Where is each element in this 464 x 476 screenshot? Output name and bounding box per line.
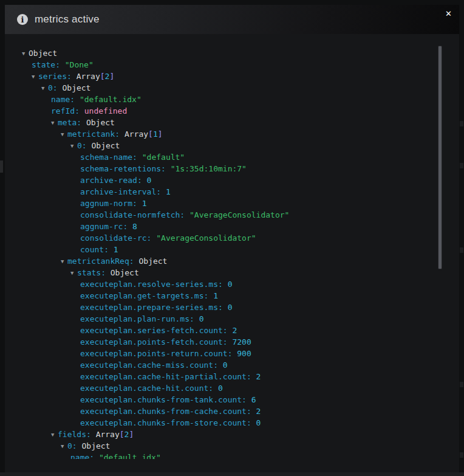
- json-value: "AverageConsolidator": [189, 210, 289, 219]
- collapse-toggler-icon[interactable]: ▼: [51, 117, 58, 129]
- tree-row: state: "Done": [5, 59, 459, 71]
- json-value: "default.idx": [99, 453, 161, 459]
- json-value: Array[2]: [96, 430, 134, 439]
- tree-row: aggnum-norm: 1: [5, 198, 459, 209]
- tree-row: executeplan.chunks-from-store.count: 0: [5, 417, 459, 429]
- collapse-toggler-icon[interactable]: ▼: [51, 429, 58, 441]
- tree-row: executeplan.points-return.count: 900: [5, 348, 459, 359]
- background-artifact: [460, 452, 463, 458]
- modal-title: metrics active: [35, 13, 100, 26]
- json-key: executeplan.series-fetch.count:: [80, 326, 228, 335]
- inspect-modal: i metrics active ✕ ▼Objectstate: "Done"▼…: [5, 5, 459, 472]
- json-value: "default.idx": [80, 95, 142, 104]
- tree-row: ▼stats: Object: [5, 267, 459, 278]
- json-value: 1: [166, 187, 171, 196]
- scrollbar-thumb[interactable]: [438, 46, 442, 269]
- tree-row: name: "default.idx": [5, 94, 459, 105]
- modal-header: i metrics active ✕: [5, 5, 459, 34]
- json-key[interactable]: fields:: [58, 430, 91, 439]
- tree-row: ▼metrictankReq: Object: [5, 255, 459, 267]
- tree-row: executeplan.plan-run.ms: 0: [5, 313, 459, 325]
- json-value: 0: [228, 303, 233, 312]
- tree-row: executeplan.chunks-from-cache.count: 2: [5, 405, 459, 417]
- tree-row: ▼fields: Array[2]: [5, 429, 459, 440]
- json-key[interactable]: 0:: [48, 83, 58, 92]
- json-value: "AverageConsolidator": [156, 233, 256, 243]
- tree-row: ▼0: Object: [5, 140, 459, 151]
- collapse-toggler-icon[interactable]: ▼: [22, 48, 29, 60]
- collapse-toggler-icon[interactable]: ▼: [61, 256, 67, 267]
- json-value: 8: [132, 222, 137, 231]
- json-key: executeplan.chunks-from-store.count:: [80, 418, 251, 427]
- page-background-strip: [0, 472, 464, 476]
- collapse-toggler-icon[interactable]: ▼: [70, 140, 77, 152]
- tree-row: ▼Object: [5, 47, 459, 59]
- json-key[interactable]: stats:: [77, 268, 106, 277]
- background-artifact: [0, 160, 3, 173]
- tree-row: name: "default.idx": [5, 452, 459, 459]
- collapse-toggler-icon[interactable]: ▼: [61, 129, 67, 140]
- collapse-toggler-icon[interactable]: ▼: [61, 441, 67, 452]
- json-value: Object: [81, 441, 110, 450]
- background-artifact: [460, 163, 463, 168]
- json-value: 0: [199, 314, 204, 323]
- json-key: executeplan.plan-run.ms:: [80, 314, 194, 323]
- tree-row: archive-interval: 1: [5, 186, 459, 198]
- json-tree: ▼Objectstate: "Done"▼series: Array[2]▼0:…: [5, 34, 459, 459]
- json-key: executeplan.cache-hit-partial.count:: [80, 372, 251, 381]
- tree-row: executeplan.points-fetch.count: 7200: [5, 336, 459, 348]
- tree-row: executeplan.cache-hit-partial.count: 2: [5, 371, 459, 382]
- json-value: "1s:35d:10min:7": [171, 164, 247, 173]
- json-key: aggnum-rc:: [80, 222, 128, 231]
- json-key: state:: [32, 60, 60, 69]
- json-value: 1: [142, 199, 147, 208]
- json-value: "Done": [65, 60, 94, 69]
- json-value: Array[1]: [125, 129, 163, 139]
- json-key: executeplan.chunks-from-cache.count:: [80, 407, 251, 416]
- tree-row: executeplan.chunks-from-tank.count: 6: [5, 394, 459, 405]
- json-key: name:: [51, 95, 75, 104]
- tree-row: aggnum-rc: 8: [5, 221, 459, 232]
- json-key[interactable]: metrictank:: [67, 129, 120, 139]
- json-key: consolidate-rc:: [80, 233, 151, 243]
- json-key[interactable]: meta:: [58, 118, 81, 127]
- tree-row: ▼0: Object: [5, 82, 459, 94]
- tree-row: ▼0: Object: [5, 440, 459, 452]
- json-value: 0: [147, 176, 152, 185]
- tree-row: executeplan.series-fetch.count: 2: [5, 325, 459, 336]
- json-key[interactable]: 0:: [77, 141, 87, 150]
- tree-row: archive-read: 0: [5, 174, 459, 186]
- json-key: count:: [80, 245, 109, 254]
- json-value: 2: [256, 407, 261, 416]
- tree-row: schema-name: "default": [5, 151, 459, 163]
- collapse-toggler-icon[interactable]: ▼: [41, 83, 48, 94]
- json-value: Object: [62, 83, 90, 92]
- json-key: schema-name:: [80, 153, 137, 162]
- tree-row: executeplan.cache-miss.count: 0: [5, 359, 459, 371]
- json-key[interactable]: 0:: [67, 441, 77, 450]
- modal-body: ▼Objectstate: "Done"▼series: Array[2]▼0:…: [5, 34, 459, 472]
- json-key[interactable]: series:: [38, 72, 72, 81]
- json-value: Object: [86, 118, 115, 127]
- collapse-toggler-icon[interactable]: ▼: [32, 71, 38, 83]
- tree-row: consolidate-rc: "AverageConsolidator": [5, 232, 459, 244]
- close-icon[interactable]: ✕: [445, 10, 452, 18]
- json-value: 7200: [232, 337, 251, 347]
- json-value: 900: [237, 349, 251, 358]
- tree-row: count: 1: [5, 244, 459, 255]
- tree-row: executeplan.get-targets.ms: 1: [5, 290, 459, 302]
- json-key: executeplan.points-fetch.count:: [80, 337, 228, 347]
- tree-row: consolidate-normfetch: "AverageConsolida…: [5, 209, 459, 221]
- json-value: 2: [232, 326, 237, 335]
- json-key: executeplan.cache-miss.count:: [80, 360, 218, 370]
- json-value: 0: [223, 360, 228, 370]
- json-value: Object: [111, 268, 139, 277]
- json-value: undefined: [84, 106, 127, 116]
- json-key[interactable]: metrictankReq:: [67, 257, 134, 266]
- json-value: 2: [256, 372, 261, 381]
- json-value: 1: [213, 291, 218, 300]
- tree-row: refId: undefined: [5, 105, 459, 117]
- json-value: Array[2]: [77, 72, 115, 81]
- json-key: aggnum-norm:: [80, 199, 137, 208]
- collapse-toggler-icon[interactable]: ▼: [70, 267, 77, 279]
